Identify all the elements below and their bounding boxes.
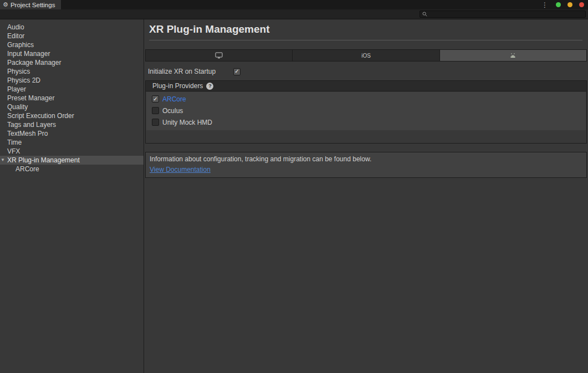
- tab-ios[interactable]: iOS: [293, 50, 439, 61]
- sidebar-item-label: Physics: [7, 68, 30, 75]
- sidebar-item-tags-and-layers[interactable]: Tags and Layers: [0, 120, 144, 129]
- sidebar-item-graphics[interactable]: Graphics: [0, 40, 144, 49]
- sidebar-item-label: Audio: [7, 23, 24, 31]
- sidebar-item-label: Preset Manager: [7, 94, 54, 102]
- foldout-triangle-icon[interactable]: ▼: [1, 156, 5, 165]
- provider-row-oculus: Oculus: [146, 105, 586, 116]
- tab-android[interactable]: [440, 50, 586, 61]
- info-box: Information about configuration, trackin…: [145, 152, 587, 178]
- toolbar: [0, 9, 588, 19]
- plugin-providers-title: Plug-in Providers: [152, 82, 203, 90]
- sidebar-item-vfx[interactable]: VFX: [0, 147, 144, 156]
- sidebar-item-label: Quality: [7, 103, 28, 111]
- info-text: Information about configuration, trackin…: [150, 155, 582, 163]
- page-title: XR Plug-in Management: [149, 23, 582, 35]
- oculus-checkbox[interactable]: [152, 107, 159, 114]
- sidebar-item-preset-manager[interactable]: Preset Manager: [0, 94, 144, 103]
- window-dot-red[interactable]: [579, 2, 584, 7]
- project-settings-window-tab[interactable]: ⚙ Project Settings: [0, 0, 61, 9]
- view-documentation-link[interactable]: View Documentation: [150, 166, 211, 173]
- android-icon: [509, 53, 517, 58]
- window-dot-yellow[interactable]: [567, 2, 572, 7]
- initialize-xr-checkbox[interactable]: [233, 68, 241, 75]
- provider-row-unity-mock-hmd: Unity Mock HMD: [146, 116, 586, 128]
- sidebar-item-label: ARCore: [16, 165, 39, 173]
- platform-tab-bar: iOS: [145, 49, 587, 62]
- sidebar-item-package-manager[interactable]: Package Manager: [0, 58, 144, 67]
- gear-icon: ⚙: [3, 2, 8, 8]
- sidebar-item-xr-plug-in-management[interactable]: ▼XR Plug-in Management: [0, 156, 144, 165]
- tab-ios-label: iOS: [361, 53, 371, 59]
- sidebar-item-label: Player: [7, 85, 26, 93]
- provider-label: ARCore: [162, 95, 186, 103]
- sidebar-item-physics[interactable]: Physics: [0, 67, 144, 76]
- plugin-providers-header: Plug-in Providers ?: [146, 81, 586, 91]
- sidebar-item-quality[interactable]: Quality: [0, 103, 144, 111]
- sidebar-item-audio[interactable]: Audio: [0, 23, 144, 32]
- sidebar-item-label: TextMesh Pro: [7, 130, 48, 137]
- sidebar-item-label: Package Manager: [7, 59, 61, 67]
- initialize-xr-row: Initialize XR on Startup: [148, 68, 588, 75]
- sidebar-item-label: Editor: [7, 32, 24, 40]
- sidebar-item-label: Script Execution Order: [7, 112, 74, 120]
- tab-standalone[interactable]: [146, 50, 293, 61]
- title-bar: ⚙ Project Settings ⋮: [0, 0, 588, 9]
- arcore-checkbox[interactable]: [152, 95, 159, 103]
- plugin-providers-list: ARCoreOculusUnity Mock HMD: [146, 92, 586, 130]
- search-input[interactable]: [429, 11, 583, 17]
- titlebar-controls: ⋮: [541, 0, 584, 9]
- sidebar-item-textmesh-pro[interactable]: TextMesh Pro: [0, 129, 144, 138]
- sidebar-item-label: XR Plug-in Management: [7, 156, 80, 164]
- window-body: AudioEditorGraphicsInput ManagerPackage …: [0, 19, 588, 373]
- kebab-menu-icon[interactable]: ⋮: [541, 2, 548, 8]
- settings-sidebar: AudioEditorGraphicsInput ManagerPackage …: [0, 19, 144, 373]
- provider-row-arcore: ARCore: [146, 93, 586, 105]
- sidebar-item-label: Input Manager: [7, 50, 50, 58]
- desktop-monitor-icon: [215, 52, 223, 59]
- sidebar-item-arcore[interactable]: ARCore: [0, 165, 144, 173]
- sidebar-item-label: Physics 2D: [7, 76, 40, 84]
- search-icon: [422, 12, 427, 17]
- title-divider: [149, 40, 582, 40]
- sidebar-item-editor[interactable]: Editor: [0, 32, 144, 40]
- sidebar-item-label: Tags and Layers: [7, 121, 56, 129]
- sidebar-item-label: VFX: [7, 147, 20, 155]
- search-box[interactable]: [420, 11, 586, 18]
- plugin-providers-box: Plug-in Providers ? ARCoreOculusUnity Mo…: [145, 80, 587, 144]
- sidebar-item-script-execution-order[interactable]: Script Execution Order: [0, 111, 144, 120]
- provider-label: Unity Mock HMD: [162, 119, 212, 126]
- unity-mock-hmd-checkbox[interactable]: [152, 119, 159, 126]
- sidebar-item-label: Graphics: [7, 41, 34, 49]
- sidebar-item-player[interactable]: Player: [0, 85, 144, 94]
- main-panel: XR Plug-in Management iOS: [144, 19, 588, 373]
- sidebar-item-physics-2d[interactable]: Physics 2D: [0, 76, 144, 85]
- initialize-xr-label: Initialize XR on Startup: [148, 68, 233, 75]
- sidebar-item-input-manager[interactable]: Input Manager: [0, 49, 144, 58]
- sidebar-item-label: Time: [7, 139, 22, 146]
- provider-label: Oculus: [162, 107, 183, 115]
- window-title: Project Settings: [11, 2, 55, 8]
- sidebar-item-time[interactable]: Time: [0, 138, 144, 147]
- help-icon[interactable]: ?: [206, 83, 213, 90]
- window-dot-green[interactable]: [556, 2, 561, 7]
